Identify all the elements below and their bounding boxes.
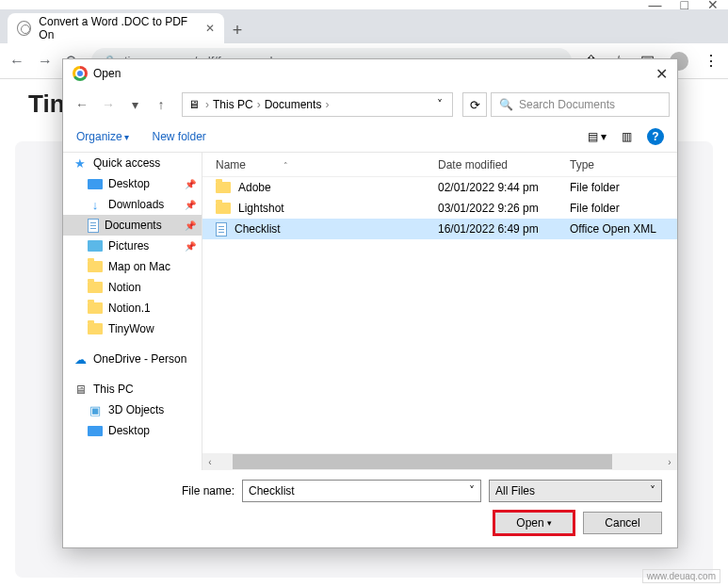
close-window-button[interactable]: ✕: [707, 0, 719, 12]
pin-icon: 📌: [185, 179, 202, 189]
navigation-tree[interactable]: ★ Quick access Desktop📌 ↓Downloads📌 Docu…: [63, 153, 202, 470]
dialog-titlebar: Open ✕: [63, 59, 677, 88]
file-row-adobe[interactable]: Adobe 02/01/2022 9:44 pm File folder: [202, 177, 677, 198]
tree-item-downloads[interactable]: ↓Downloads📌: [63, 194, 202, 215]
chevron-right-icon: ›: [323, 98, 331, 111]
dialog-nav: ← → ▾ ↑ 🖥 › This PC › Documents › ˅ ⟳ 🔍 …: [63, 88, 677, 122]
chevron-right-icon: ›: [255, 98, 263, 111]
tab-title: Convert a Word .DOC to PDF On: [39, 15, 198, 41]
pin-icon: 📌: [185, 220, 202, 231]
chevron-right-icon: ›: [203, 98, 211, 111]
pc-icon: 🖥: [186, 97, 202, 112]
tree-item-desktop[interactable]: Desktop📌: [63, 173, 202, 194]
sort-asc-icon: ˄: [283, 161, 288, 171]
tree-item-3dobjects[interactable]: ▣3D Objects: [63, 399, 202, 420]
watermark: www.deuaq.com: [642, 569, 720, 583]
search-placeholder: Search Documents: [519, 98, 615, 111]
dialog-close-button[interactable]: ✕: [655, 65, 668, 83]
column-type[interactable]: Type: [570, 158, 677, 171]
preview-pane-button[interactable]: ▥: [622, 130, 632, 143]
nav-forward-button[interactable]: →: [97, 93, 120, 116]
menu-icon[interactable]: ⋮: [704, 52, 719, 70]
column-date[interactable]: Date modified: [438, 158, 570, 171]
file-row-lightshot[interactable]: Lightshot 03/01/2022 9:26 pm File folder: [202, 198, 677, 219]
pin-icon: 📌: [185, 241, 202, 252]
tree-item-pictures[interactable]: Pictures📌: [63, 236, 202, 256]
scroll-right-icon[interactable]: ›: [662, 457, 677, 467]
cancel-button[interactable]: Cancel: [583, 512, 662, 534]
tree-thispc[interactable]: 🖥This PC: [63, 379, 202, 399]
scroll-left-icon[interactable]: ‹: [202, 457, 218, 467]
dialog-footer: File name: Checklist ˅ All Files ˅ Open …: [63, 470, 677, 547]
column-name[interactable]: Name˄: [202, 158, 438, 171]
desktop-icon: [88, 179, 103, 189]
filename-label: File name:: [78, 484, 235, 497]
nav-recent-button[interactable]: ▾: [123, 93, 146, 116]
chevron-down-icon: ˅: [650, 484, 655, 497]
tree-item-maponmac[interactable]: Map on Mac: [63, 256, 202, 277]
help-icon[interactable]: ?: [647, 128, 664, 145]
tree-item-desktop-pc[interactable]: Desktop: [63, 420, 202, 441]
tree-quick-access[interactable]: ★ Quick access: [63, 153, 202, 173]
breadcrumb-folder[interactable]: Documents: [265, 98, 322, 111]
window-controls: — □ ✕: [0, 0, 728, 9]
folder-icon: [88, 282, 103, 293]
tree-item-documents[interactable]: Documents📌: [63, 215, 202, 236]
open-button[interactable]: Open ▾: [494, 512, 574, 534]
back-button[interactable]: ←: [9, 53, 24, 70]
browser-tab-active[interactable]: Convert a Word .DOC to PDF On ✕: [8, 13, 224, 43]
pc-icon: 🖥: [73, 382, 88, 397]
dialog-toolbar: Organize New folder ▤ ▾ ▥ ?: [63, 122, 677, 152]
forward-button[interactable]: →: [38, 53, 53, 70]
nav-back-button[interactable]: ←: [71, 93, 93, 116]
dialog-title: Open: [93, 67, 121, 80]
view-options-button[interactable]: ▤ ▾: [588, 130, 607, 143]
breadcrumb-root[interactable]: This PC: [213, 98, 253, 111]
pictures-icon: [88, 240, 103, 252]
pin-icon: 📌: [185, 200, 202, 210]
close-tab-icon[interactable]: ✕: [205, 22, 215, 35]
open-dialog: Open ✕ ← → ▾ ↑ 🖥 › This PC › Documents ›…: [62, 58, 678, 548]
tree-item-tinywow[interactable]: TinyWow: [63, 318, 202, 339]
file-type-filter[interactable]: All Files ˅: [489, 480, 662, 502]
tree-item-notion[interactable]: Notion: [63, 277, 202, 298]
column-headers[interactable]: Name˄ Date modified Type: [202, 153, 677, 177]
folder-icon: [88, 261, 103, 272]
file-list: Name˄ Date modified Type Adobe 02/01/202…: [202, 153, 677, 470]
organize-button[interactable]: Organize: [76, 130, 129, 143]
desktop-icon: [88, 426, 103, 436]
folder-icon: [88, 323, 103, 334]
breadcrumb-dropdown-icon[interactable]: ˅: [431, 98, 448, 111]
horizontal-scrollbar[interactable]: ‹ ›: [202, 453, 677, 470]
filename-input[interactable]: Checklist ˅: [242, 480, 481, 502]
refresh-button[interactable]: ⟳: [462, 92, 487, 117]
3d-icon: ▣: [88, 402, 103, 417]
folder-icon: [216, 182, 231, 193]
document-icon: [88, 219, 99, 233]
browser-tab-strip: Convert a Word .DOC to PDF On ✕ +: [0, 9, 728, 43]
file-row-checklist[interactable]: Checklist 16/01/2022 6:49 pm Office Open…: [202, 219, 677, 239]
tree-onedrive[interactable]: ☁OneDrive - Person: [63, 349, 202, 369]
search-icon: 🔍: [499, 98, 513, 111]
chrome-icon: [73, 66, 88, 81]
star-icon: ★: [73, 155, 88, 171]
onedrive-icon: ☁: [73, 351, 88, 367]
download-icon: ↓: [88, 197, 103, 212]
page-title: Tin: [28, 90, 65, 119]
folder-icon: [216, 203, 231, 214]
new-tab-button[interactable]: +: [224, 17, 251, 43]
search-input[interactable]: 🔍 Search Documents: [491, 92, 670, 117]
nav-up-button[interactable]: ↑: [150, 93, 172, 116]
tree-item-notion1[interactable]: Notion.1: [63, 298, 202, 318]
chevron-down-icon[interactable]: ˅: [469, 484, 475, 497]
scroll-thumb[interactable]: [233, 454, 612, 469]
minimize-button[interactable]: —: [649, 0, 662, 12]
breadcrumb[interactable]: 🖥 › This PC › Documents › ˅: [182, 92, 453, 117]
maximize-button[interactable]: □: [681, 0, 688, 12]
globe-icon: [17, 21, 31, 36]
new-folder-button[interactable]: New folder: [152, 130, 205, 143]
folder-icon: [88, 302, 103, 314]
document-icon: [216, 222, 227, 236]
